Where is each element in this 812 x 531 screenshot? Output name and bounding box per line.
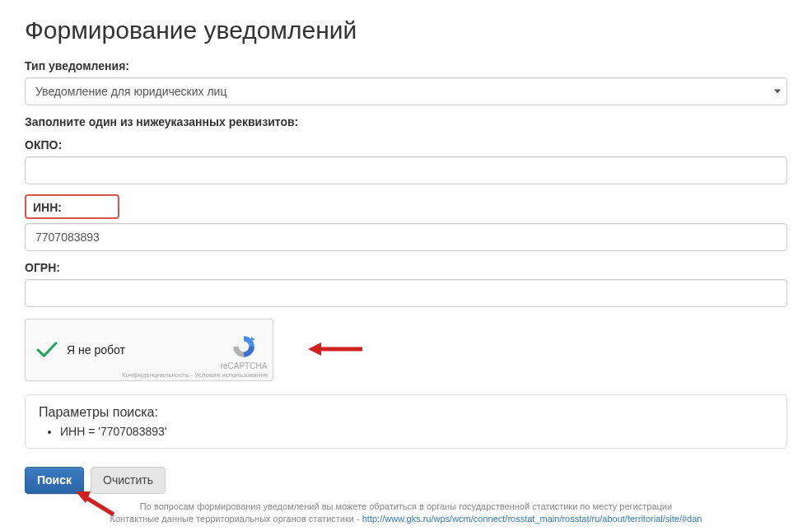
search-params-title: Параметры поиска: bbox=[39, 405, 773, 420]
notification-type-group: Тип уведомления: Уведомление для юридиче… bbox=[25, 59, 787, 105]
footer-prefix: Контактные данные территориальных органо… bbox=[110, 514, 362, 524]
notification-type-label: Тип уведомления: bbox=[25, 59, 787, 72]
recaptcha-widget[interactable]: Я не робот reCAPTCHA Конфиденциальность … bbox=[25, 319, 273, 381]
okpo-label: ОКПО: bbox=[25, 138, 787, 151]
inn-label: ИНН: bbox=[33, 201, 111, 214]
footer-line-1: По вопросам формирования уведомлений вы … bbox=[25, 501, 787, 513]
recaptcha-icon bbox=[231, 333, 257, 360]
svg-marker-2 bbox=[308, 342, 321, 356]
footer-line-2: Контактные данные территориальных органо… bbox=[25, 513, 787, 525]
ogrn-input[interactable] bbox=[25, 279, 787, 307]
button-row: Поиск Очистить bbox=[25, 467, 787, 494]
okpo-input[interactable] bbox=[25, 156, 787, 184]
svg-marker-0 bbox=[250, 337, 255, 341]
instruction-text: Заполните один из нижеуказанных реквизит… bbox=[25, 115, 787, 128]
arrow-annotation-icon bbox=[306, 337, 364, 361]
ogrn-group: ОГРН: bbox=[25, 261, 787, 307]
page-title: Формирование уведомлений bbox=[25, 16, 787, 44]
instruction-label: Заполните один из нижеуказанных реквизит… bbox=[25, 115, 787, 128]
recaptcha-brand: reCAPTCHA bbox=[221, 361, 268, 370]
inn-group: ИНН: bbox=[25, 194, 787, 251]
recaptcha-container: Я не робот reCAPTCHA Конфиденциальность … bbox=[25, 319, 787, 381]
notification-type-select[interactable]: Уведомление для юридических лиц bbox=[25, 77, 787, 105]
search-params-panel: Параметры поиска: ИНН = '7707083893' bbox=[25, 394, 787, 449]
inn-highlight-annotation: ИНН: bbox=[25, 194, 119, 219]
ogrn-label: ОГРН: bbox=[25, 261, 787, 274]
recaptcha-terms: Конфиденциальность - Условия использован… bbox=[111, 371, 268, 379]
list-item: ИНН = '7707083893' bbox=[60, 425, 773, 438]
recaptcha-text: Я не робот bbox=[67, 343, 125, 356]
clear-button[interactable]: Очистить bbox=[91, 467, 166, 494]
search-params-list: ИНН = '7707083893' bbox=[39, 425, 773, 438]
okpo-group: ОКПО: bbox=[25, 138, 787, 184]
inn-input[interactable] bbox=[25, 223, 787, 251]
search-button[interactable]: Поиск bbox=[25, 467, 84, 494]
footer-link[interactable]: http://www.gks.ru/wps/wcm/connect/rossta… bbox=[362, 514, 702, 524]
checkmark-icon bbox=[35, 341, 58, 359]
footer: По вопросам формирования уведомлений вы … bbox=[25, 501, 787, 526]
